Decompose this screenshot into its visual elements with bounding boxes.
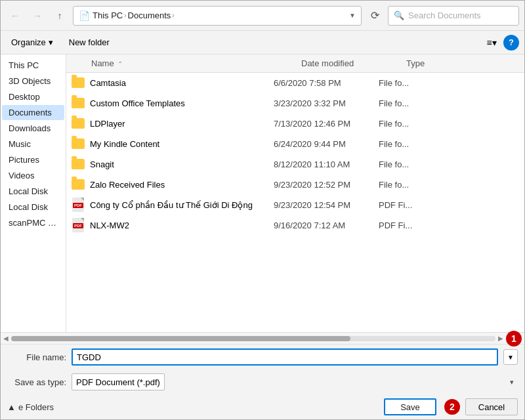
show-folders-label: e Folders [18, 402, 54, 412]
filetype-select-wrapper: PDF Document (*.pdf) [72, 373, 518, 390]
table-row[interactable]: Zalo Received Files 9/23/2020 12:52 PM F… [66, 175, 524, 195]
filetype-select[interactable]: PDF Document (*.pdf) [72, 373, 165, 390]
sidebar-item-documents[interactable]: Documents [2, 105, 64, 120]
sidebar-item-scanpmc[interactable]: scanPMC (\ ▾ [2, 215, 64, 230]
table-row[interactable]: Snagit 8/12/2020 11:10 AM File fo... [66, 154, 524, 175]
sidebar-item-videos[interactable]: Videos [2, 168, 64, 183]
new-folder-button[interactable]: New folder [64, 35, 115, 49]
file-name: NLX-MW2 [90, 220, 274, 230]
folder-icon [70, 177, 86, 192]
view-button[interactable]: ≡ ▾ [482, 33, 501, 52]
file-name: My Kindle Content [90, 139, 274, 149]
pdf-icon: PDF [70, 217, 86, 233]
scroll-right-button[interactable]: ▶ [498, 335, 503, 342]
organize-button[interactable]: Organize ▾ [6, 35, 58, 49]
file-date: 8/12/2020 11:10 AM [274, 159, 379, 169]
path-segment-pc: This PC [93, 10, 123, 20]
toolbar: Organize ▾ New folder ≡ ▾ ? [1, 31, 524, 54]
table-row[interactable]: My Kindle Content 6/24/2020 9:44 PM File… [66, 134, 524, 154]
scrollbar-track[interactable] [11, 336, 495, 341]
forward-button[interactable]: → [28, 7, 47, 25]
path-segment-documents: Documents [128, 10, 171, 20]
search-placeholder: Search Documents [408, 10, 481, 20]
table-row[interactable]: Camtasia 6/6/2020 7:58 PM File fo... [66, 73, 524, 93]
file-date: 3/23/2020 3:32 PM [274, 98, 379, 108]
file-type: File fo... [379, 119, 524, 129]
save-button[interactable]: Save [384, 398, 436, 415]
bottom-section: ◀ ▶ 1 File name: ▼ Save as type: PDF Doc… [1, 332, 524, 419]
table-row[interactable]: LDPlayer 7/13/2020 12:46 PM File fo... [66, 114, 524, 134]
sidebar-item-localdisk2[interactable]: Local Disk [2, 200, 64, 215]
cancel-button[interactable]: Cancel [465, 398, 518, 415]
sidebar-item-localdisk1[interactable]: Local Disk [2, 184, 64, 199]
folder-icon [70, 95, 86, 111]
address-path: This PC › Documents › [93, 10, 175, 20]
show-folders-arrow: ▲ [7, 402, 16, 412]
folder-icon [70, 116, 86, 131]
file-date: 6/24/2020 9:44 PM [274, 139, 379, 149]
address-bar[interactable]: 📄 This PC › Documents › ▼ [73, 6, 362, 26]
pdf-icon: PDF [70, 197, 86, 213]
sidebar-item-3dobjects[interactable]: 3D Objects [2, 74, 64, 89]
sidebar-item-pictures[interactable]: Pictures [2, 152, 64, 167]
filetype-label: Save as type: [7, 377, 66, 387]
view-arrow: ▾ [492, 37, 497, 48]
table-row[interactable]: Custom Office Templates 3/23/2020 3:32 P… [66, 93, 524, 114]
sidebar-item-music[interactable]: Music [2, 136, 64, 152]
filetype-row: Save as type: PDF Document (*.pdf) [1, 369, 524, 394]
file-date: 9/23/2020 12:52 PM [274, 180, 379, 190]
main-content: This PC 3D Objects Desktop Documents Dow… [1, 54, 524, 332]
up-button[interactable]: ↑ [51, 7, 69, 25]
help-button[interactable]: ? [503, 35, 519, 51]
back-button[interactable]: ← [6, 7, 24, 25]
file-type: PDF Fi... [379, 200, 524, 210]
path-chevron-1: › [124, 12, 126, 19]
sidebar-item-thispc[interactable]: This PC [2, 58, 64, 73]
scrollbar-thumb [11, 336, 350, 341]
file-date: 6/6/2020 7:58 PM [274, 78, 379, 88]
action-row: ▲ e Folders Save 2 Cancel [1, 394, 524, 419]
file-name: Công ty Cổ phần Đầu tư Thế Giới Di Động [90, 200, 274, 210]
address-bar-row: ← → ↑ 📄 This PC › Documents › ▼ ⟳ 🔍 Sear… [1, 1, 524, 31]
file-type: File fo... [379, 159, 524, 169]
table-row[interactable]: PDF NLX-MW2 9/16/2020 7:12 AM PDF Fi... [66, 215, 524, 236]
scroll-left-button[interactable]: ◀ [3, 335, 9, 342]
file-name: LDPlayer [90, 119, 274, 129]
file-type: PDF Fi... [379, 220, 524, 230]
sidebar: This PC 3D Objects Desktop Documents Dow… [1, 54, 66, 332]
folder-address-icon: 📄 [79, 10, 90, 21]
filename-row: File name: ▼ [1, 345, 524, 369]
show-folders-button[interactable]: ▲ e Folders [7, 402, 54, 412]
annotation-badge-1: 1 [506, 331, 522, 346]
organize-arrow: ▾ [49, 37, 53, 47]
name-sort-arrow: ⌃ [117, 60, 123, 68]
column-header-name[interactable]: Name ⌃ [86, 57, 296, 70]
annotation-badge-2: 2 [444, 399, 460, 415]
file-name: Snagit [90, 159, 274, 169]
file-name: Camtasia [90, 78, 274, 88]
new-folder-label: New folder [69, 37, 110, 47]
filename-dropdown[interactable]: ▼ [503, 349, 518, 365]
file-name: Zalo Received Files [90, 180, 274, 190]
table-row[interactable]: PDF Công ty Cổ phần Đầu tư Thế Giới Di Đ… [66, 195, 524, 215]
file-list: Camtasia 6/6/2020 7:58 PM File fo... Cus… [66, 73, 524, 332]
file-type: File fo... [379, 139, 524, 149]
file-name: Custom Office Templates [90, 98, 274, 108]
file-type: File fo... [379, 98, 524, 108]
file-date: 7/13/2020 12:46 PM [274, 119, 379, 129]
column-header-type[interactable]: Type [401, 57, 524, 70]
sidebar-item-downloads[interactable]: Downloads [2, 121, 64, 136]
sidebar-item-desktop[interactable]: Desktop [2, 89, 64, 104]
filename-input[interactable] [72, 348, 498, 366]
view-icon: ≡ [486, 37, 492, 48]
scrollbar-row: ◀ ▶ 1 [1, 333, 524, 345]
address-dropdown-icon[interactable]: ▼ [349, 12, 356, 19]
file-date: 9/16/2020 7:12 AM [274, 220, 379, 230]
organize-label: Organize [11, 37, 46, 47]
file-list-header: Name ⌃ Date modified Type [66, 54, 524, 73]
column-header-date[interactable]: Date modified [296, 57, 401, 70]
file-type: File fo... [379, 78, 524, 88]
refresh-button[interactable]: ⟳ [366, 7, 384, 25]
search-box[interactable]: 🔍 Search Documents [388, 6, 519, 26]
file-date: 9/23/2020 12:54 PM [274, 200, 379, 210]
